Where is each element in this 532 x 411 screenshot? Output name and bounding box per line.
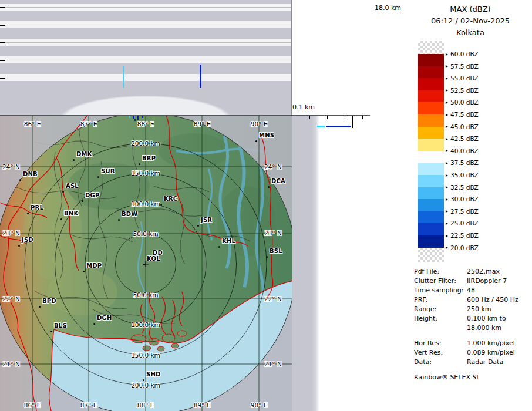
height-gridline — [0, 42, 291, 43]
radar-screen: 18.0 km 0.1 km — [0, 0, 532, 411]
height-gridline — [0, 60, 291, 60]
city-label: DMK — [76, 151, 92, 157]
city-label: KHL — [222, 238, 235, 244]
axis-tick — [0, 25, 5, 26]
legend-band — [418, 90, 444, 103]
city-label: KOL — [147, 255, 160, 262]
legend-band — [418, 235, 444, 248]
legend-label: ▸40.0 dBZ — [446, 146, 479, 155]
city-label: ASL — [66, 183, 79, 189]
legend-title-block: MAX (dBZ) 06:12 / 02-Nov-2025 Kolkata — [409, 4, 532, 39]
city-label: SUR — [101, 168, 115, 174]
city-dot-icon — [73, 159, 75, 161]
lat-label: 21° N — [264, 361, 282, 368]
legend-band — [418, 151, 444, 163]
city-dot-icon — [19, 179, 21, 181]
legend-arrow-icon: ▸ — [446, 207, 448, 215]
lat-label: 22° N — [2, 295, 20, 302]
city-label: BDW — [122, 211, 138, 217]
legend-label: ▸50.0 dBZ — [446, 98, 479, 107]
info-row: Height:0.100 km to — [414, 314, 530, 324]
range-ring-label: 100.0 km — [131, 321, 160, 328]
axis-tick — [0, 7, 5, 8]
axis-tick — [345, 116, 345, 119]
legend-band — [418, 127, 444, 139]
city-label: JSD — [22, 237, 33, 243]
legend-band — [418, 211, 444, 224]
legend-label-text: 55.0 dBZ — [450, 75, 479, 82]
legend-label-text: 25.0 dBZ — [450, 220, 479, 227]
lat-label: 22° N — [264, 295, 282, 302]
lat-label: 23° N — [2, 230, 20, 237]
city-label: DCA — [271, 178, 285, 184]
legend-arrow-icon: ▸ — [446, 195, 448, 204]
legend-arrow-icon: ▸ — [446, 183, 448, 191]
info-value: 250Z.max — [467, 267, 530, 277]
city-dot-icon — [82, 200, 83, 202]
city-dot-icon — [62, 191, 64, 193]
info-label: Time sampling: — [414, 286, 467, 295]
side-cross-section — [292, 115, 370, 411]
beam-wedge — [18, 88, 274, 115]
legend-label-text: 37.5 dBZ — [450, 159, 479, 166]
city-dot-icon — [93, 323, 95, 325]
legend-arrow-icon: ▸ — [446, 134, 448, 143]
side-nodata-band — [292, 116, 319, 411]
legend-label: ▸22.5 dBZ — [446, 231, 479, 240]
legend-label: ▸25.0 dBZ — [446, 219, 479, 228]
legend-band — [418, 199, 444, 211]
range-ring-label: 200.0 km — [131, 382, 160, 389]
city-label: BNK — [64, 210, 78, 217]
info-row: PRF:600 Hz / 450 Hz — [414, 295, 530, 305]
legend-label-text: 45.0 dBZ — [450, 123, 479, 130]
city-label: BRP — [142, 155, 156, 161]
info-row: Vert Res:0.089 km/pixel — [414, 348, 530, 358]
city-dot-icon — [143, 264, 145, 265]
legend-label: ▸20.0 dBZ — [446, 243, 479, 252]
legend-arrow-icon: ▸ — [446, 74, 448, 83]
legend-label: ▸60.0 dBZ — [446, 50, 479, 59]
range-ring-label: 200.0 km — [131, 140, 160, 147]
legend-label-text: 30.0 dBZ — [450, 196, 479, 203]
axis-tick — [327, 116, 328, 119]
legend-band — [418, 248, 444, 262]
legend-label: ▸55.0 dBZ — [446, 74, 479, 83]
info-label: Hor Res: — [414, 339, 467, 348]
info-label: Clutter Filter: — [414, 277, 467, 286]
legend-swatches — [418, 41, 444, 262]
city-label: PRL — [31, 204, 43, 211]
info-row: Time sampling:48 — [414, 286, 530, 295]
axis-tick — [0, 78, 5, 79]
range-ring-label: 150.0 km — [131, 170, 160, 177]
info-value: 600 Hz / 450 Hz — [467, 295, 530, 305]
city-dot-icon — [39, 306, 41, 308]
legend-label: ▸45.0 dBZ — [446, 122, 479, 131]
city-label: DGP — [85, 192, 99, 198]
city-dot-icon — [266, 256, 268, 258]
axis-tick — [0, 42, 5, 43]
legend-label: ▸42.5 dBZ — [446, 134, 479, 143]
legend-arrow-icon: ▸ — [446, 171, 448, 180]
city-dot-icon — [143, 379, 144, 381]
info-value: 48 — [467, 286, 530, 295]
city-dot-icon — [83, 271, 85, 272]
legend-label: ▸30.0 dBZ — [446, 195, 479, 204]
height-gridline — [0, 7, 291, 8]
legend-label-text: 47.5 dBZ — [450, 111, 479, 118]
legend-labels: ▸60.0 dBZ▸57.5 dBZ▸55.0 dBZ▸52.5 dBZ▸50.… — [446, 41, 516, 264]
legend-label: ▸47.5 dBZ — [446, 110, 479, 119]
lat-label: 24° N — [2, 163, 20, 170]
max-height-label: 18.0 km — [375, 4, 401, 12]
product-info: Pdf File:250Z.maxClutter Filter:IIRDoppl… — [414, 267, 530, 382]
legend-label-text: 60.0 dBZ — [450, 50, 479, 58]
height-gridline — [0, 25, 291, 25]
info-value: 1.000 km/pixel — [467, 339, 530, 348]
radar-echo-navy — [200, 65, 201, 88]
legend-arrow-icon: ▸ — [446, 122, 448, 131]
legend-arrow-icon: ▸ — [446, 243, 448, 252]
info-value: IIRDoppler 7 — [467, 277, 530, 286]
map-overlay: 86° E86° E87° E87° E88° E88° E89° E89° E… — [0, 116, 292, 411]
legend-label: ▸52.5 dBZ — [446, 86, 479, 95]
city-dot-icon — [139, 163, 140, 165]
radar-echo-cyan — [123, 66, 124, 88]
